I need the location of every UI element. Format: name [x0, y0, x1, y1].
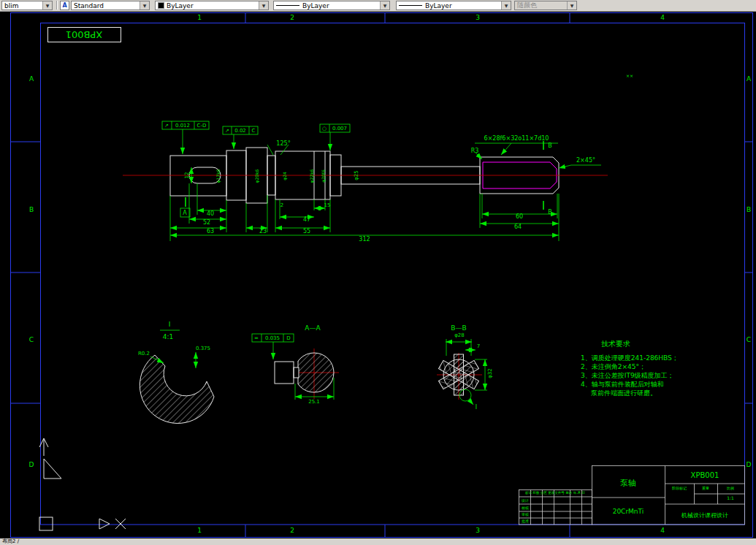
dim-d24: φ24: [282, 172, 288, 180]
dim-23: 23: [259, 228, 267, 235]
text-style-dropdown-arrow[interactable]: ▼: [140, 1, 149, 9]
titleblock-sign-check: 校核: [521, 506, 529, 510]
dim-55: 55: [303, 228, 310, 235]
titleblock-org: 机械设计课程设计: [681, 512, 728, 519]
titleblock-scale-header: 比例: [727, 486, 734, 491]
dim-d17: φ17k6: [215, 169, 221, 183]
linetype-sample-icon: [276, 5, 299, 6]
tech-req-line-3: 3、未注公差按IT9级精度加工；: [581, 372, 674, 379]
section-b-top-label: B: [548, 142, 552, 149]
dim-125deg: 125°: [276, 140, 290, 147]
plot-style-combo[interactable]: 随颜色 ▼: [514, 1, 577, 10]
zone-row-a-right: A: [747, 75, 752, 83]
dim-2: 2: [280, 202, 283, 208]
zone-col-3-bottom: 3: [476, 527, 480, 534]
dim-d32: φ32: [487, 368, 493, 378]
fcf1-symbol: ↗: [164, 123, 169, 129]
dim-r3: R3: [471, 148, 479, 154]
fcf1-datum: C-D: [197, 123, 207, 129]
fcf1-value: 0.012: [175, 123, 190, 129]
layout-tab-label: 布局2 /: [2, 538, 19, 544]
dim-d20a: φ20k6: [254, 169, 260, 183]
toolbar: blim ▼ A Standard ▼ ByLayer ▼ ByLayer ▼ …: [0, 0, 756, 12]
fcf3-value: 0.007: [332, 126, 347, 132]
zone-row-b-right: B: [747, 206, 751, 213]
section-b-bottom-label: B: [548, 209, 552, 216]
titleblock-sign-approve: 批准: [522, 519, 529, 524]
fcf3-symbol: ○: [322, 126, 327, 132]
dim-7: 7: [477, 343, 480, 349]
linetype-combo[interactable]: ByLayer ▼: [273, 1, 390, 10]
section-aa-view: [275, 353, 334, 392]
titleblock-sign-audit: 审核: [522, 512, 529, 517]
linetype-value: ByLayer: [302, 2, 329, 9]
tech-req-title: 技术要求: [601, 340, 630, 348]
zone-col-1-top: 1: [197, 14, 202, 21]
titleblock-part-name: 泵轴: [620, 479, 636, 488]
zone-row-c-left: C: [29, 336, 34, 343]
zone-col-4-bottom: 4: [660, 527, 665, 534]
dim-25-1: 25.1: [308, 399, 320, 405]
zone-row-d-right: D: [747, 461, 752, 468]
titleblock-drawing-no: XPB001: [691, 471, 719, 479]
dim-style-dropdown-arrow[interactable]: ▼: [42, 1, 52, 9]
lineweight-sample-icon: [399, 5, 422, 6]
titleblock-sign-design: 设计: [521, 498, 529, 503]
dim-style-combo[interactable]: blim ▼: [1, 1, 53, 10]
titleblock-scale-value: 1:1: [727, 495, 734, 500]
dim-chamfer: 2×45°: [576, 157, 595, 164]
detail-label: I: [169, 321, 171, 328]
dim-15: 15: [324, 202, 331, 208]
datum-a-label: A: [183, 210, 187, 216]
color-dropdown-arrow[interactable]: ▼: [259, 1, 268, 9]
dim-312: 312: [359, 236, 370, 243]
dim-52: 52: [203, 219, 210, 226]
linetype-dropdown-arrow[interactable]: ▼: [380, 1, 389, 9]
stray-mark: ××: [626, 73, 633, 78]
color-combo[interactable]: ByLayer ▼: [155, 1, 269, 10]
drawing-canvas[interactable]: ABCDABCD12341234XPB001××1240526323554715…: [0, 0, 756, 545]
fcf2-value: 0.02: [234, 128, 246, 134]
toolbar-separator: [56, 1, 58, 9]
dim-d22: φ22k6: [309, 169, 315, 183]
sheet-border-frame: [10, 12, 753, 538]
detail-view-crescent: [140, 355, 214, 423]
titleblock-stage-header: 阶段标记: [672, 486, 687, 491]
ucs-icon: [39, 438, 61, 479]
dim-47: 47: [303, 216, 310, 223]
lineweight-value: ByLayer: [425, 2, 452, 9]
titleblock-weight-header: 重量: [702, 486, 709, 490]
zone-col-4-top: 4: [660, 14, 665, 21]
section-bb-view: [439, 354, 479, 395]
tech-req-line-4: 4、轴与泵前件装配后对轴和: [581, 381, 664, 388]
text-style-value: Standard: [74, 2, 104, 9]
zone-col-2-bottom: 2: [290, 527, 294, 534]
dim-60: 60: [516, 213, 523, 220]
zone-row-c-right: C: [747, 336, 751, 343]
fcf4-symbol: =: [254, 335, 259, 341]
text-style-combo[interactable]: Standard ▼: [71, 1, 150, 10]
viewport-corner-box: [39, 517, 53, 530]
dim-64: 64: [514, 224, 522, 230]
tech-req-line-5: 泵前件端面进行研磨。: [591, 389, 657, 397]
lineweight-combo[interactable]: ByLayer ▼: [396, 1, 511, 10]
titleblock-material: 20CrMnTi: [613, 508, 644, 515]
lineweight-dropdown-arrow[interactable]: ▼: [501, 1, 511, 9]
fcf4-datum: D: [286, 335, 290, 341]
flipped-sheet-title: XPB001: [66, 29, 102, 40]
annotation-layer: ABCDABCD12341234XPB001××1240526323554715…: [29, 14, 752, 534]
zone-row-b-left: B: [29, 206, 34, 213]
section-bb-label: B—B: [451, 324, 466, 332]
text-style-icon[interactable]: A: [60, 1, 69, 10]
dim-40: 40: [207, 210, 214, 217]
dim-r02: R0.2: [138, 351, 150, 357]
layout-tab-bar[interactable]: 布局2 /: [0, 538, 756, 545]
dim-style-value: blim: [4, 2, 18, 9]
zone-col-3-top: 3: [476, 14, 480, 21]
plot-style-dropdown-arrow[interactable]: ▼: [567, 1, 576, 9]
dim-d28: φ28: [454, 332, 465, 338]
dim-d20b: φ20f6: [321, 169, 327, 183]
flow-arrow-icon: [99, 519, 110, 529]
detail-scale: 4:1: [163, 333, 173, 340]
keyway-notch: [294, 367, 299, 378]
